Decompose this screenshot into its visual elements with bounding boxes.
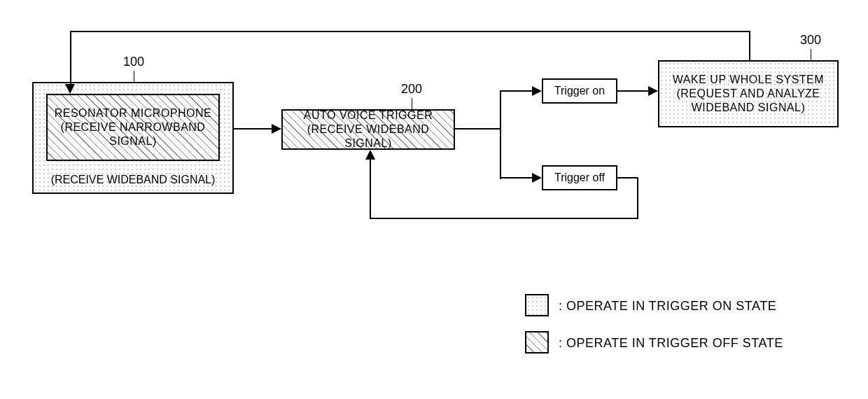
fb-300-h — [70, 31, 750, 32]
legend-swatch-on — [525, 294, 549, 316]
trigger-on-box: Trigger on — [542, 78, 617, 104]
block-100-text: RESONATOR MICROPHONE (RECEIVE NARROWBAND… — [52, 104, 215, 151]
trigger-on-label: Trigger on — [554, 84, 605, 98]
block-300: WAKE UP WHOLE SYSTEM (REQUEST AND ANALYZ… — [658, 60, 839, 127]
branch-to-trigger-off-head — [532, 173, 542, 183]
branch-to-trigger-on-line — [500, 90, 532, 92]
fb-off-h2 — [370, 218, 638, 219]
block-100-number: 100 — [123, 55, 144, 69]
block-100-lead — [134, 71, 134, 82]
fb-off-head — [365, 150, 375, 160]
arrow-200-out-line — [455, 128, 501, 130]
arrow-on-to-300-line — [617, 90, 648, 92]
block-300-text: WAKE UP WHOLE SYSTEM (REQUEST AND ANALYZ… — [670, 70, 827, 118]
arrow-100-to-200-line — [234, 128, 272, 130]
block-200-lead — [412, 98, 412, 109]
trigger-off-box: Trigger off — [542, 165, 617, 190]
fb-300-head — [65, 84, 75, 94]
diagram-canvas: (RECEIVE WIDEBAND SIGNAL) RESONATOR MICR… — [0, 0, 868, 399]
legend-on-text: : OPERATE IN TRIGGER ON STATE — [559, 299, 776, 314]
fb-off-v1 — [637, 177, 638, 219]
split-vertical — [500, 91, 501, 179]
block-100-inner: RESONATOR MICROPHONE (RECEIVE NARROWBAND… — [46, 94, 220, 161]
fb-off-h1 — [617, 177, 638, 178]
arrow-on-to-300-head — [648, 86, 658, 96]
branch-to-trigger-off-line — [500, 177, 532, 178]
fb-off-v2 — [370, 160, 371, 219]
legend-off-text: : OPERATE IN TRIGGER OFF STATE — [559, 336, 783, 351]
legend-swatch-off — [525, 331, 549, 354]
block-300-lead — [811, 49, 811, 60]
branch-to-trigger-on-head — [532, 86, 542, 96]
trigger-off-label: Trigger off — [554, 171, 605, 185]
block-200-number: 200 — [401, 82, 422, 97]
block-100-outer-label: (RECEIVE WIDEBAND SIGNAL) — [34, 173, 232, 187]
fb-300-v1 — [749, 31, 750, 60]
fb-300-v2 — [70, 31, 71, 84]
block-300-number: 300 — [800, 33, 821, 48]
block-200: AUTO VOICE TRIGGER (RECEIVE WIDEBAND SIG… — [281, 109, 455, 150]
block-200-text: AUTO VOICE TRIGGER (RECEIVE WIDEBAND SIG… — [283, 106, 454, 153]
arrow-100-to-200-head — [272, 124, 281, 134]
